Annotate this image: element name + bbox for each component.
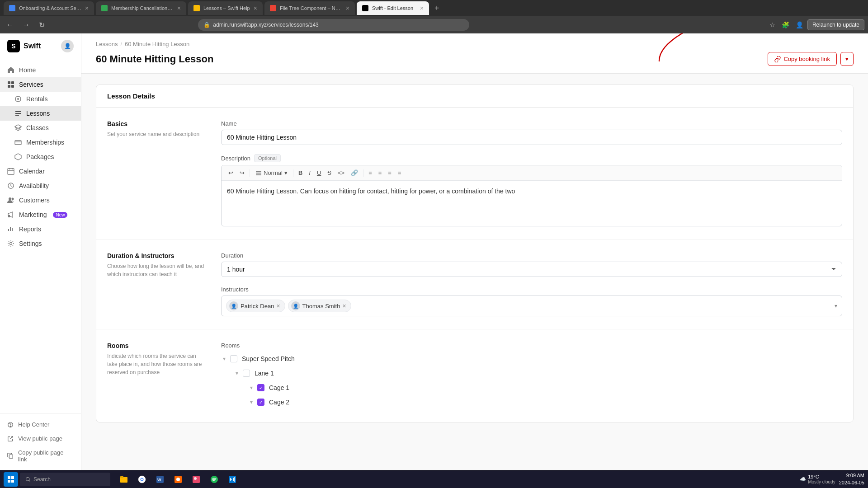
taskbar-app-file-explorer[interactable] [116, 472, 132, 487]
copy-booking-button[interactable]: Copy booking link [768, 52, 837, 66]
rooms-section: Rooms Indicate which rooms the service c… [96, 329, 853, 422]
text-style-dropdown[interactable]: Normal ▾ [253, 168, 290, 178]
description-label: Description [221, 155, 250, 162]
sidebar-item-classes[interactable]: Classes [0, 121, 81, 135]
room-checkbox-cage-1[interactable] [257, 384, 264, 391]
strikethrough-button[interactable]: S [325, 168, 334, 178]
room-checkbox-super-speed[interactable] [230, 355, 237, 362]
more-actions-dropdown[interactable]: ▾ [840, 52, 854, 66]
taskbar-search-bar[interactable]: Search [20, 473, 110, 486]
remove-instructor-thomas[interactable]: × [342, 302, 346, 310]
remove-instructor-patrick[interactable]: × [276, 302, 280, 310]
tab-close-3[interactable]: × [254, 5, 257, 12]
sidebar-item-copy-public[interactable]: Copy public page link [0, 446, 81, 466]
taskbar-app-photos[interactable] [188, 472, 204, 487]
breadcrumb-parent-link[interactable]: Lessons [96, 41, 118, 47]
back-button[interactable]: ← [4, 19, 16, 31]
extensions-icon[interactable]: 🧩 [779, 19, 792, 30]
taskbar-clock[interactable]: 9:09 AM 2024-06-05 [839, 472, 864, 486]
room-checkbox-cage-2[interactable] [257, 399, 264, 406]
room-checkbox-lane-1[interactable] [243, 370, 250, 377]
text-align-icon [255, 170, 262, 176]
sidebar-item-reports[interactable]: Reports [0, 222, 81, 236]
code-button[interactable]: <> [335, 168, 347, 178]
availability-icon [7, 182, 14, 189]
help-icon [7, 422, 14, 428]
italic-button[interactable]: I [307, 168, 313, 178]
avatar[interactable]: 👤 [61, 40, 74, 52]
taskbar-app-word[interactable]: W [152, 472, 168, 487]
redo-button[interactable]: ↪ [237, 168, 247, 178]
svg-point-9 [9, 197, 11, 200]
align-right-button[interactable]: ≡ [386, 168, 394, 178]
description-content[interactable]: 60 Minute Hitting Lesson. Can focus on h… [222, 181, 842, 226]
sidebar-item-marketing[interactable]: Marketing New [0, 207, 81, 222]
tab-onboarding[interactable]: Onboarding & Account Setup × [4, 1, 94, 15]
sidebar-item-memberships[interactable]: Memberships [0, 135, 81, 150]
svg-rect-15 [9, 455, 13, 458]
instructors-label: Instructors [221, 286, 842, 293]
sidebar-item-lessons[interactable]: Lessons [0, 106, 81, 121]
sidebar-item-rentals[interactable]: Rentals [0, 92, 81, 106]
relaunch-button[interactable]: Relaunch to update [807, 19, 864, 30]
sidebar-item-services[interactable]: Services [0, 77, 81, 92]
name-input[interactable] [221, 130, 842, 145]
rooms-section-left: Rooms Indicate which rooms the service c… [107, 342, 207, 409]
align-left-button[interactable]: ≡ [366, 168, 374, 178]
toolbar-divider-2 [293, 169, 293, 177]
new-tab-button[interactable]: + [431, 4, 443, 13]
room-chevron-cage-1[interactable]: ▾ [250, 385, 253, 391]
basics-title: Basics [107, 120, 207, 127]
room-chevron-lane-1[interactable]: ▾ [236, 370, 238, 376]
instructors-field[interactable]: 👤 Patrick Dean × 👤 Thomas Smith × ▾ [221, 296, 842, 316]
instructor-avatar-thomas: 👤 [291, 301, 300, 310]
tab-close-1[interactable]: × [85, 5, 89, 12]
tab-close-4[interactable]: × [346, 5, 349, 12]
sidebar-item-calendar[interactable]: Calendar [0, 164, 81, 178]
weather-display: ☁️ 19°C Mostly cloudy [800, 474, 835, 484]
search-icon [25, 477, 31, 482]
tab-close-2[interactable]: × [177, 5, 181, 12]
bookmark-icon[interactable]: ☆ [767, 19, 778, 30]
taskbar-app-vscode[interactable] [224, 472, 241, 487]
sidebar-item-availability[interactable]: Availability [0, 178, 81, 193]
address-bar[interactable]: 🔒 admin.runswiftapp.xyz/services/lessons… [198, 19, 469, 31]
undo-button[interactable]: ↩ [226, 168, 236, 178]
sidebar-item-view-public[interactable]: View public page [0, 432, 81, 446]
tab-swift-edit[interactable]: Swift - Edit Lesson × [357, 1, 429, 15]
align-center-button[interactable]: ≡ [376, 168, 384, 178]
room-chevron-cage-2[interactable]: ▾ [250, 399, 253, 405]
sidebar-item-packages[interactable]: Packages [0, 150, 81, 164]
link-button[interactable]: 🔗 [349, 168, 360, 178]
profile-icon[interactable]: 👤 [793, 19, 806, 30]
room-row-cage-2: ▾ Cage 2 [221, 395, 842, 409]
taskbar-app-chrome[interactable] [134, 472, 150, 487]
underline-button[interactable]: U [315, 168, 323, 178]
duration-select[interactable]: 30 minutes 45 minutes 1 hour 1.5 hours 2… [221, 262, 842, 277]
taskbar: Search W ☁️ 19°C Mostly cloudy [0, 470, 868, 488]
align-justify-button[interactable]: ≡ [396, 168, 404, 178]
sidebar-item-help[interactable]: Help Center [0, 418, 81, 432]
room-chevron-super-speed[interactable]: ▾ [223, 356, 226, 362]
svg-point-31 [176, 478, 180, 481]
sidebar-item-settings[interactable]: Settings [0, 236, 81, 251]
svg-rect-6 [15, 141, 21, 145]
tab-close-5[interactable]: × [420, 5, 424, 12]
copy-booking-container: Copy booking link [768, 52, 837, 66]
sidebar-item-customers[interactable]: Customers [0, 193, 81, 207]
reload-button[interactable]: ↻ [36, 19, 47, 31]
header-actions: Copy booking link ▾ [768, 52, 854, 66]
bold-button[interactable]: B [296, 168, 305, 178]
start-button[interactable] [4, 472, 18, 487]
main-content: Lessons / 60 Minute Hitting Lesson 60 Mi… [81, 33, 868, 470]
address-bar-row: ← → ↻ 🔒 admin.runswiftapp.xyz/services/l… [0, 16, 868, 33]
taskbar-app-spotify[interactable] [206, 472, 222, 487]
tab-membership[interactable]: Membership Cancellation Instr... × [96, 1, 186, 15]
svg-point-27 [141, 479, 143, 480]
tab-lessons-help[interactable]: Lessons – Swift Help × [188, 1, 263, 15]
taskbar-app-paint[interactable] [170, 472, 186, 487]
forward-button[interactable]: → [20, 19, 33, 31]
sidebar-item-home[interactable]: Home [0, 63, 81, 77]
basics-section-right: Name Description Optional ↩ ↪ [221, 120, 842, 226]
tab-file-tree[interactable]: File Tree Component – Nextra × [264, 1, 355, 15]
